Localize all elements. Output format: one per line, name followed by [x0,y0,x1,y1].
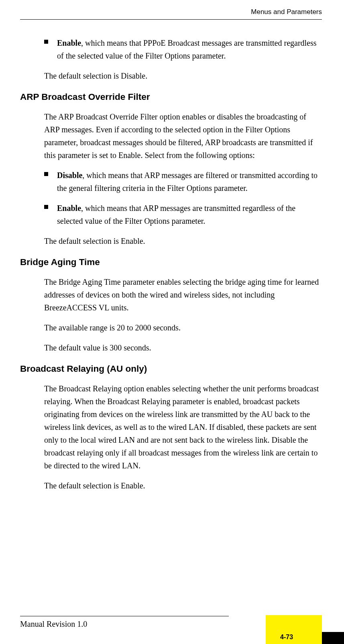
bullet-item: Enable, which means that ARP messages ar… [44,202,322,227]
bullet-text: Disable, which means that ARP messages a… [52,169,322,194]
bullet-rest: , which means that PPPoE Broadcast messa… [57,38,317,60]
body-paragraph: The default selection is Disable. [44,69,322,82]
section-heading-bridge: Bridge Aging Time [20,257,322,267]
footer-revision: Manual Revision 1.0 [20,620,87,629]
square-bullet-icon [44,169,52,194]
page-content: Enable, which means that PPPoE Broadcast… [20,36,322,492]
bullet-bold-lead: Enable [57,38,81,47]
page-header: Menus and Parameters [20,8,322,20]
document-page: Menus and Parameters Enable, which means… [0,0,344,644]
square-bullet-icon [44,202,52,227]
body-paragraph: The Broadcast Relaying option enables se… [44,382,322,472]
page-footer: Manual Revision 1.0 4-73 [20,616,322,629]
page-number: 4-73 [280,634,293,641]
section-heading-broadcast: Broadcast Relaying (AU only) [20,364,322,374]
bullet-text: Enable, which means that PPPoE Broadcast… [52,36,322,62]
bullet-rest: , which means that ARP messages are tran… [57,204,295,225]
body-paragraph: The default selection is Enable. [44,479,322,492]
footer-right-area: 4-73 [266,615,344,644]
bullet-rest: , which means that ARP messages are filt… [57,171,318,192]
body-paragraph: The Bridge Aging Time parameter enables … [44,275,322,314]
body-paragraph: The available range is 20 to 2000 second… [44,321,322,334]
bullet-bold-lead: Enable [57,204,81,213]
body-paragraph: The default selection is Enable. [44,235,322,247]
header-title: Menus and Parameters [251,8,322,16]
footer-rule [20,616,229,616]
bullet-bold-lead: Disable [57,171,82,180]
bullet-text: Enable, which means that ARP messages ar… [52,202,322,227]
square-bullet-icon [44,36,52,62]
bullet-item: Disable, which means that ARP messages a… [44,169,322,194]
page-number-highlight: 4-73 [266,615,322,644]
section-heading-arp: ARP Broadcast Override Filter [20,92,322,102]
bullet-item: Enable, which means that PPPoE Broadcast… [44,36,322,62]
footer-black-block [322,632,344,644]
body-paragraph: The ARP Broadcast Override Filter option… [44,110,322,162]
body-paragraph: The default value is 300 seconds. [44,341,322,354]
